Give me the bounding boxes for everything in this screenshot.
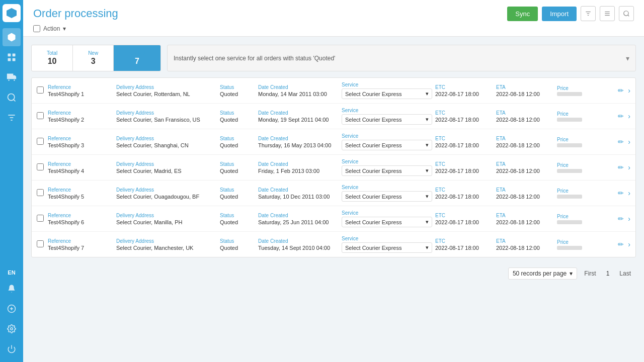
service-select-0[interactable]: Select Courier Express ▾ xyxy=(342,88,432,99)
navigate-button-3[interactable]: › xyxy=(628,163,630,171)
order-delivery-0: Delivery Address Select Courier, Rotterd… xyxy=(116,84,217,97)
logo[interactable] xyxy=(3,4,21,22)
edit-button-1[interactable]: ✏ xyxy=(618,112,624,120)
page-title: Order processing xyxy=(33,7,118,20)
edit-button-3[interactable]: ✏ xyxy=(618,163,624,171)
tab-total[interactable]: Total 10 xyxy=(32,45,73,71)
price-bar-0 xyxy=(557,92,582,96)
tab-new[interactable]: New 3 xyxy=(73,45,114,71)
sidebar-item-bell[interactable] xyxy=(3,280,21,298)
navigate-button-4[interactable]: › xyxy=(628,189,630,197)
select-all-checkbox[interactable] xyxy=(33,25,40,32)
records-per-page-select[interactable]: 50 records per page ▾ xyxy=(508,267,577,280)
table-row: Reference Test4Shopify 1 Delivery Addres… xyxy=(32,78,635,104)
service-select-3[interactable]: Select Courier Express ▾ xyxy=(342,165,432,176)
row-checkbox-0[interactable] xyxy=(37,86,45,95)
sidebar-item-gear[interactable] xyxy=(3,320,21,338)
svg-line-21 xyxy=(628,15,629,17)
edit-button-2[interactable]: ✏ xyxy=(618,138,624,146)
sidebar-item-box[interactable] xyxy=(3,28,21,46)
order-etc-4: ETC 2022-08-17 18:00 xyxy=(435,187,493,200)
quoted-banner-arrow-icon[interactable]: ▾ xyxy=(626,54,629,62)
pagination-first[interactable]: First xyxy=(581,268,599,279)
svg-rect-0 xyxy=(8,54,11,57)
service-select-4[interactable]: Select Courier Express ▾ xyxy=(342,191,432,202)
row-checkbox-5[interactable] xyxy=(37,215,45,223)
search-button[interactable] xyxy=(619,6,634,21)
order-delivery-6: Delivery Address Select Courier, Manches… xyxy=(116,238,217,251)
language-selector[interactable]: EN xyxy=(6,267,17,278)
navigate-button-2[interactable]: › xyxy=(628,138,630,146)
row-checkbox-6[interactable] xyxy=(37,240,45,249)
records-dropdown-icon: ▾ xyxy=(570,270,573,277)
price-bar-5 xyxy=(557,220,582,224)
table-row: Reference Test4Shopify 3 Delivery Addres… xyxy=(32,129,635,155)
sidebar-item-truck[interactable] xyxy=(3,68,21,86)
sidebar-item-search[interactable] xyxy=(3,88,21,107)
service-select-5[interactable]: Select Courier Express ▾ xyxy=(342,217,432,227)
svg-rect-3 xyxy=(13,58,16,61)
navigate-button-0[interactable]: › xyxy=(628,86,630,95)
filter-button-2[interactable] xyxy=(600,6,615,21)
order-status-3: Status Quoted xyxy=(220,161,255,174)
edit-button-6[interactable]: ✏ xyxy=(618,240,624,248)
status-tabs: Total 10 New 3 Quoted 7 xyxy=(31,45,161,71)
order-date-4: Date Created Saturday, 10 Dec 2011 03:00 xyxy=(258,187,339,200)
service-select-6[interactable]: Select Courier Express ▾ xyxy=(342,242,432,253)
order-etc-1: ETC 2022-08-17 18:00 xyxy=(435,110,493,123)
navigate-button-5[interactable]: › xyxy=(628,215,630,223)
table-row: Reference Test4Shopify 6 Delivery Addres… xyxy=(32,206,635,232)
pagination-last[interactable]: Last xyxy=(616,268,634,279)
sidebar-item-download[interactable] xyxy=(3,300,21,318)
row-checkbox-3[interactable] xyxy=(37,163,45,172)
sync-button[interactable]: Sync xyxy=(507,7,538,21)
pagination: 50 records per page ▾ First 1 Last xyxy=(31,263,636,284)
order-reference-6: Reference Test4Shopify 7 xyxy=(48,238,113,251)
order-service-6: Service Select Courier Express ▾ xyxy=(342,236,432,253)
order-etc-6: ETC 2022-08-17 18:00 xyxy=(435,238,493,251)
orders-table: Reference Test4Shopify 1 Delivery Addres… xyxy=(31,77,636,257)
edit-button-0[interactable]: ✏ xyxy=(618,86,624,95)
action-dropdown-arrow[interactable]: ▾ xyxy=(63,25,66,32)
price-bar-6 xyxy=(557,246,582,250)
edit-button-4[interactable]: ✏ xyxy=(618,189,624,197)
table-row: Reference Test4Shopify 5 Delivery Addres… xyxy=(32,180,635,206)
order-date-1: Date Created Monday, 19 Sept 2011 04:00 xyxy=(258,110,339,123)
sidebar-item-power[interactable] xyxy=(3,340,21,358)
order-eta-4: ETA 2022-08-18 12:00 xyxy=(496,187,554,200)
navigate-button-6[interactable]: › xyxy=(628,240,630,248)
order-date-3: Date Created Friday, 1 Feb 2013 03:00 xyxy=(258,161,339,174)
table-row: Reference Test4Shopify 4 Delivery Addres… xyxy=(32,155,635,180)
main-content: Order processing Sync Import xyxy=(23,0,644,362)
filter-button-1[interactable] xyxy=(581,6,596,21)
sidebar-item-filter[interactable] xyxy=(3,109,21,127)
row-checkbox-4[interactable] xyxy=(37,189,45,198)
row-checkbox-1[interactable] xyxy=(37,112,45,121)
order-eta-1: ETA 2022-08-18 12:00 xyxy=(496,110,554,123)
order-service-1: Service Select Courier Express ▾ xyxy=(342,108,432,125)
order-reference-1: Reference Test4Shopify 2 xyxy=(48,110,113,123)
order-actions-4: ✏ › xyxy=(600,189,630,197)
row-checkbox-2[interactable] xyxy=(37,138,45,146)
navigate-button-1[interactable]: › xyxy=(628,112,630,120)
order-price-3: Price xyxy=(557,162,597,173)
service-select-1[interactable]: Select Courier Express ▾ xyxy=(342,114,432,125)
order-status-1: Status Quoted xyxy=(220,110,255,123)
table-row: Reference Test4Shopify 7 Delivery Addres… xyxy=(32,232,635,257)
tab-quoted[interactable]: Quoted 7 xyxy=(114,45,160,71)
order-reference-2: Reference Test4Shopify 3 xyxy=(48,136,113,148)
order-eta-6: ETA 2022-08-18 12:00 xyxy=(496,238,554,251)
sidebar-item-dashboard[interactable] xyxy=(3,48,21,66)
price-bar-1 xyxy=(557,118,582,122)
import-button[interactable]: Import xyxy=(542,7,577,21)
order-actions-3: ✏ › xyxy=(600,163,630,171)
order-actions-5: ✏ › xyxy=(600,215,630,223)
order-actions-2: ✏ › xyxy=(600,138,630,146)
order-reference-3: Reference Test4Shopify 4 xyxy=(48,161,113,174)
service-select-2[interactable]: Select Courier Express ▾ xyxy=(342,140,432,150)
svg-point-20 xyxy=(624,11,628,16)
tab-new-count: 3 xyxy=(88,57,98,66)
order-actions-0: ✏ › xyxy=(600,86,630,95)
edit-button-5[interactable]: ✏ xyxy=(618,215,624,223)
order-etc-2: ETC 2022-08-17 18:00 xyxy=(435,136,493,148)
